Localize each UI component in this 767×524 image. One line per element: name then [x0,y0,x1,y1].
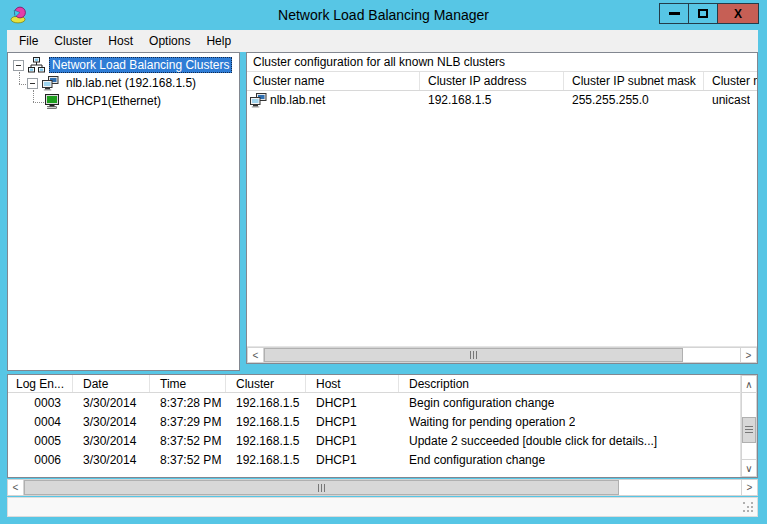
menu-host[interactable]: Host [100,31,141,51]
column-header-date[interactable]: Date [73,375,150,392]
log-row[interactable]: 0004 3/30/2014 8:37:29 PM 192.168.1.5 DH… [8,412,740,431]
log-host-cell: DHCP1 [306,415,399,429]
subnet-mask-value: 255.255.255.0 [564,93,704,107]
scroll-right-icon[interactable]: > [741,479,758,496]
log-header: Log En... Date Time Cluster Host Descrip… [8,375,740,393]
log-entry-cell: 0006 [8,453,73,467]
resize-grip[interactable] [743,502,753,512]
log-description-cell: Waiting for pending operation 2 [399,415,575,429]
column-header-log-entry[interactable]: Log En... [8,375,73,392]
menu-cluster[interactable]: Cluster [46,31,100,51]
column-header-cluster-name[interactable]: Cluster name [247,72,420,90]
tree-item-label: nlb.lab.net (192.168.1.5) [63,75,199,91]
window-title: Network Load Balancing Manager [0,7,767,23]
menu-options[interactable]: Options [141,31,198,51]
log-host-cell: DHCP1 [306,396,399,410]
scrollbar-thumb[interactable] [24,480,619,495]
log-description-cell: Begin configuration change [399,396,554,410]
minimize-icon [669,12,680,15]
log-cluster-cell: 192.168.1.5 [226,434,306,448]
log-date-cell: 3/30/2014 [73,396,150,410]
log-entry-cell: 0005 [8,434,73,448]
cluster-config-caption: Cluster configuration for all known NLB … [247,53,757,72]
log-row[interactable]: 0006 3/30/2014 8:37:52 PM 192.168.1.5 DH… [8,450,740,469]
scrollbar-track[interactable] [741,393,757,459]
minimize-button[interactable] [659,3,689,24]
network-clusters-icon [28,57,45,73]
log-host-cell: DHCP1 [306,453,399,467]
log-date-cell: 3/30/2014 [73,415,150,429]
scrollbar-track[interactable] [24,479,741,496]
log-pane: Log En... Date Time Cluster Host Descrip… [7,374,758,478]
cluster-icon [42,76,59,91]
cluster-name-value: nlb.lab.net [270,93,325,107]
log-time-cell: 8:37:28 PM [150,396,226,410]
cluster-tree-pane: Network Load Balancing Clusters nlb.lab.… [7,52,240,371]
collapse-toggle-icon[interactable] [13,60,24,71]
tree-item-nlb-clusters-root[interactable]: Network Load Balancing Clusters [8,56,239,74]
scroll-down-icon[interactable]: ∨ [741,459,757,477]
nlb-manager-window: Network Load Balancing Manager X File Cl… [0,0,767,524]
log-row[interactable]: 0005 3/30/2014 8:37:52 PM 192.168.1.5 DH… [8,431,740,450]
log-cluster-cell: 192.168.1.5 [226,396,306,410]
cluster-row-nlb-lab-net[interactable]: nlb.lab.net 192.168.1.5 255.255.255.0 un… [247,91,757,109]
log-time-cell: 8:37:29 PM [150,415,226,429]
log-entry-cell: 0003 [8,396,73,410]
cluster-pane-horizontal-scrollbar: < > [247,346,757,363]
close-button[interactable]: X [717,3,759,24]
log-pane-vertical-scrollbar: ∧ ∨ [740,375,757,477]
scroll-right-icon[interactable]: > [740,347,757,363]
log-pane-horizontal-scrollbar: < > [7,479,758,496]
host-icon [44,94,60,109]
scroll-up-icon[interactable]: ∧ [741,375,757,393]
menubar: File Cluster Host Options Help [7,30,758,52]
statusbar [7,497,758,517]
column-header-description[interactable]: Description [399,375,740,392]
column-header-cluster[interactable]: Cluster [226,375,306,392]
scrollbar-track[interactable] [264,347,740,363]
log-entry-cell: 0004 [8,415,73,429]
cluster-mode-value: unicast [704,93,750,107]
column-header-cluster-ip[interactable]: Cluster IP address [420,72,564,90]
log-cluster-cell: 192.168.1.5 [226,415,306,429]
close-icon: X [734,7,742,21]
cluster-config-pane: Cluster configuration for all known NLB … [246,52,758,364]
log-date-cell: 3/30/2014 [73,434,150,448]
column-header-subnet-mask[interactable]: Cluster IP subnet mask [564,72,704,90]
titlebar: Network Load Balancing Manager X [0,0,767,30]
log-description-cell: Update 2 succeeded [double click for det… [399,434,657,448]
tree-item-host-dhcp1[interactable]: DHCP1(Ethernet) [8,92,239,110]
log-time-cell: 8:37:52 PM [150,453,226,467]
scroll-left-icon[interactable]: < [7,479,24,496]
cluster-name-cell: nlb.lab.net [247,93,420,108]
maximize-button[interactable] [688,3,718,24]
scrollbar-thumb[interactable] [742,417,756,443]
column-header-time[interactable]: Time [150,375,226,392]
log-cluster-cell: 192.168.1.5 [226,453,306,467]
cluster-ip-value: 192.168.1.5 [420,93,564,107]
tree-item-label: Network Load Balancing Clusters [49,57,232,73]
log-description-cell: End configuration change [399,453,545,467]
window-controls: X [660,3,759,24]
tree-item-cluster-nlb-lab-net[interactable]: nlb.lab.net (192.168.1.5) [8,74,239,92]
log-row[interactable]: 0003 3/30/2014 8:37:28 PM 192.168.1.5 DH… [8,393,740,412]
tree-item-label: DHCP1(Ethernet) [64,93,164,109]
log-date-cell: 3/30/2014 [73,453,150,467]
scrollbar-thumb[interactable] [264,348,683,362]
collapse-toggle-icon[interactable] [27,78,38,89]
menu-file[interactable]: File [11,31,46,51]
column-header-host[interactable]: Host [306,375,399,392]
cluster-icon [250,93,267,108]
maximize-icon [698,9,708,18]
column-header-cluster-mode[interactable]: Cluster mode [704,72,757,90]
log-table: Log En... Date Time Cluster Host Descrip… [8,375,740,477]
cluster-config-header: Cluster name Cluster IP address Cluster … [247,72,757,91]
log-time-cell: 8:37:52 PM [150,434,226,448]
menu-help[interactable]: Help [198,31,239,51]
scroll-left-icon[interactable]: < [247,347,264,363]
log-host-cell: DHCP1 [306,434,399,448]
